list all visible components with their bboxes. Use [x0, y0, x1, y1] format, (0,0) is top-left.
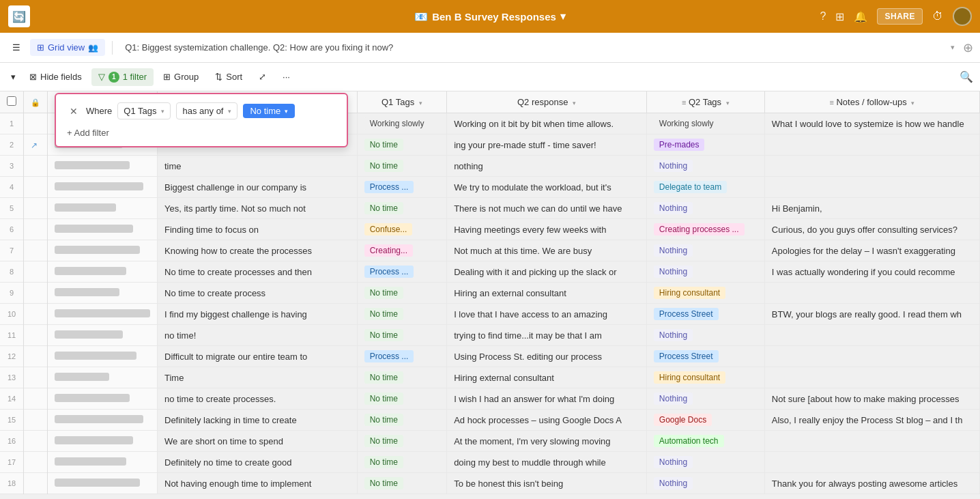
expand-row-icon[interactable]: ↗ — [31, 141, 38, 150]
row-q2-response: We try to modulate the workload, but it'… — [447, 177, 647, 198]
row-expand[interactable] — [24, 198, 48, 219]
search-icon[interactable]: 🔍 — [960, 70, 973, 83]
row-number: 15 — [0, 410, 24, 431]
row-expand[interactable] — [24, 431, 48, 452]
add-tab-icon[interactable]: ⊕ — [963, 40, 973, 55]
tab-dropdown-icon[interactable]: ▾ — [951, 43, 955, 52]
sidebar-toggle[interactable]: ☰ — [7, 40, 26, 55]
q2-tag-badge: Nothing — [654, 244, 693, 257]
row-expand[interactable] — [24, 346, 48, 367]
app-logo[interactable]: 🔄 — [8, 5, 30, 27]
row-expand[interactable] — [24, 388, 48, 410]
row-expand[interactable] — [24, 113, 48, 134]
table-row: 8No time to create processes and thenPro… — [0, 261, 980, 283]
row-expand[interactable] — [24, 240, 48, 261]
row-email — [48, 452, 158, 473]
share-button[interactable]: SHARE — [877, 8, 923, 25]
col-q2tags-label: Q2 Tags — [689, 97, 721, 107]
q1-tag-badge: No time — [364, 287, 403, 299]
col-q1-tags[interactable]: Q1 Tags ▾ — [357, 91, 446, 113]
history-icon[interactable]: ⏱ — [932, 10, 943, 23]
row-notes — [764, 452, 979, 473]
row-q1-tag: Process ... — [357, 261, 446, 283]
group-icon: ⊞ — [163, 72, 171, 82]
add-filter-row[interactable]: + Add filter — [67, 126, 336, 138]
nav-divider — [112, 41, 113, 55]
tab-title: Q1: Biggest systemization challenge. Q2:… — [119, 42, 947, 53]
email-blurred — [55, 330, 123, 339]
col-q2-response[interactable]: Q2 response ▾ — [447, 91, 647, 113]
title-dropdown-icon[interactable]: ▾ — [560, 10, 566, 23]
col-notes[interactable]: ≡ Notes / follow-ups ▾ — [764, 91, 979, 113]
toggle-sidebar-btn[interactable]: ▾ — [7, 69, 20, 85]
row-q1-tag: No time — [357, 431, 446, 452]
row-expand[interactable] — [24, 452, 48, 473]
row-q1-response: We are short on time to spend — [158, 431, 358, 452]
filter-condition-select[interactable]: has any of ▾ — [176, 102, 237, 119]
row-expand[interactable] — [24, 177, 48, 198]
grid-view-tab[interactable]: ⊞ Grid view 👥 — [30, 39, 105, 56]
row-notes — [764, 283, 979, 304]
row-q2-response: I wish I had an answer for what I'm doin… — [447, 388, 647, 410]
row-q1-tag: Working slowly — [357, 113, 446, 134]
row-number: 9 — [0, 283, 24, 304]
sort-btn[interactable]: ⇅ Sort — [208, 68, 249, 85]
user-avatar[interactable] — [953, 7, 972, 26]
filter-field-select[interactable]: Q1 Tags ▾ — [117, 102, 171, 119]
notifications-icon[interactable]: 🔔 — [854, 10, 867, 23]
row-expand[interactable] — [24, 473, 48, 494]
row-expand[interactable] — [24, 304, 48, 325]
row-expand[interactable] — [24, 367, 48, 388]
hide-fields-btn[interactable]: ⊠ Hide fields — [23, 68, 89, 85]
page-title: 📧 Ben B Survey Responses ▾ — [414, 10, 566, 23]
email-blurred — [55, 288, 119, 296]
q2-tag-badge: Hiring consultant — [654, 287, 725, 299]
group-btn[interactable]: ⊞ Group — [156, 68, 205, 85]
table-row: 12Difficult to migrate our entire team t… — [0, 346, 980, 367]
q1-tag-badge: No time — [364, 414, 403, 426]
row-expand[interactable]: ↗ — [24, 134, 48, 156]
table-row: 3timeNo timenothingNothing — [0, 156, 980, 177]
filter-popup: ✕ Where Q1 Tags ▾ has any of ▾ No time ▾… — [55, 93, 348, 147]
row-q2-tag: Process Street — [646, 304, 764, 325]
q1-tag-badge: Process ... — [364, 266, 414, 278]
row-q1-tag: No time — [357, 473, 446, 494]
data-table: 🔒 A Email Q1 response ▾ Q1 Tags ▾ Q2 res… — [0, 91, 980, 494]
row-q2-response: nothing — [447, 156, 647, 177]
row-expand[interactable] — [24, 219, 48, 240]
row-q2-response: Dealing with it and picking up the slack… — [447, 261, 647, 283]
row-q2-tag: Automation tech — [646, 431, 764, 452]
row-expand[interactable] — [24, 410, 48, 431]
q2-tag-badge: Process Street — [654, 308, 719, 320]
help-icon[interactable]: ? — [820, 10, 826, 23]
row-expand[interactable] — [24, 325, 48, 346]
row-expand[interactable] — [24, 261, 48, 283]
row-expand[interactable] — [24, 283, 48, 304]
row-q1-response: Time — [158, 367, 358, 388]
col-q2-tags[interactable]: ≡ Q2 Tags ▾ — [646, 91, 764, 113]
apps-icon[interactable]: ⊞ — [835, 10, 844, 23]
col-checkbox[interactable] — [0, 91, 24, 113]
filter-close-button[interactable]: ✕ — [67, 104, 81, 118]
row-q2-tag: Delegate to team — [646, 177, 764, 198]
row-notes: Thank you for always posting awesome art… — [764, 473, 979, 494]
select-all-checkbox[interactable] — [7, 96, 16, 106]
col-lock: 🔒 — [24, 91, 48, 113]
filter-btn[interactable]: ▽ 1 1 filter — [91, 68, 154, 86]
q1-tag-badge: No time — [364, 139, 403, 151]
expand-btn[interactable]: ⤢ — [252, 68, 273, 85]
row-email — [48, 304, 158, 325]
row-email — [48, 410, 158, 431]
row-q2-response: At the moment, I'm very slowing moving — [447, 431, 647, 452]
row-q2-response: Not much at this time. We are busy — [447, 240, 647, 261]
row-q2-tag: Nothing — [646, 156, 764, 177]
q1-tag-badge: Working slowly — [364, 117, 430, 130]
filter-value-select[interactable]: No time ▾ — [243, 104, 295, 118]
row-expand[interactable] — [24, 156, 48, 177]
row-email — [48, 198, 158, 219]
more-btn[interactable]: ··· — [276, 68, 297, 85]
email-blurred — [55, 246, 140, 254]
row-q2-tag: Google Docs — [646, 410, 764, 431]
row-number: 11 — [0, 325, 24, 346]
row-q2-tag: Nothing — [646, 388, 764, 410]
